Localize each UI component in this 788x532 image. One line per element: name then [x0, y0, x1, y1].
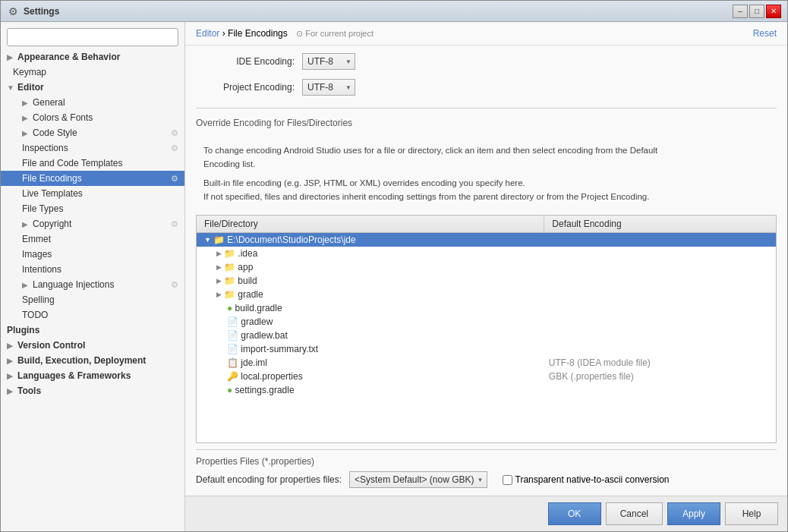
sidebar-item-general[interactable]: ▶ General [1, 95, 184, 110]
maximize-button[interactable]: □ [749, 5, 764, 18]
table-row[interactable]: ▶📁 app [197, 260, 776, 274]
info-line1b: Encoding list. [203, 157, 769, 171]
sidebar-item-file-types[interactable]: File Types [1, 201, 184, 216]
sidebar-item-file-encodings[interactable]: File Encodings ⚙ [1, 171, 184, 186]
sidebar-item-label: Tools [17, 386, 41, 396]
table-row[interactable]: 📄 import-summary.txt [197, 342, 776, 356]
arrow-icon: ▶ [22, 220, 30, 228]
settings-window: ⚙ Settings – □ ✕ 🔍 ▶ Appearance & Behavi… [0, 0, 788, 532]
search-input[interactable] [7, 28, 178, 46]
sidebar-item-languages[interactable]: ▶ Languages & Frameworks [1, 368, 184, 383]
transparent-checkbox-container: Transparent native-to-ascii conversion [503, 474, 670, 485]
sidebar-item-editor[interactable]: ▼ Editor [1, 80, 184, 95]
table-row[interactable]: 📋 jde.imlUTF-8 (IDEA module file) [197, 356, 776, 370]
cancel-button[interactable]: Cancel [606, 502, 663, 525]
sidebar: 🔍 ▶ Appearance & Behavior Keymap ▼ Edito… [1, 22, 185, 531]
content-panel: Editor › File Encodings ⊙ For current pr… [185, 22, 787, 531]
sidebar-item-copyright[interactable]: ▶ Copyright ⚙ [1, 216, 184, 231]
sidebar-item-version-control[interactable]: ▶ Version Control [1, 338, 184, 353]
content-header: Editor › File Encodings ⊙ For current pr… [185, 22, 787, 46]
ok-button[interactable]: OK [548, 502, 601, 525]
sidebar-item-images[interactable]: Images [1, 247, 184, 262]
reset-link[interactable]: Reset [753, 28, 777, 39]
col-encoding-header: Default Encoding [544, 216, 776, 233]
sidebar-item-todo[interactable]: TODO [1, 307, 184, 323]
arrow-icon: ▶ [7, 357, 14, 365]
sidebar-item-label: Images [22, 249, 52, 260]
table-row[interactable]: 🔑 local.propertiesGBK (.properties file) [197, 370, 776, 383]
override-title: Override Encoding for Files/Directories [196, 118, 777, 128]
sidebar-item-label: Code Style [33, 127, 77, 138]
sidebar-item-label: Colors & Fonts [33, 112, 93, 123]
table-row[interactable]: ▶📁 .idea [197, 247, 776, 260]
sidebar-item-label: Editor [17, 82, 44, 93]
sidebar-item-live-templates[interactable]: Live Templates [1, 186, 184, 201]
table-row[interactable]: 📄 gradlew.bat [197, 329, 776, 342]
title-bar: ⚙ Settings – □ ✕ [1, 1, 787, 22]
info-line1: To change encoding Android Studio uses f… [203, 143, 769, 157]
arrow-icon: ▼ [7, 83, 14, 92]
sidebar-item-label: General [33, 97, 65, 108]
arrow-icon: ▶ [7, 53, 14, 61]
info-box: To change encoding Android Studio uses f… [196, 139, 777, 209]
col-file-header: File/Directory [197, 216, 544, 233]
properties-row: Default encoding for properties files: <… [196, 471, 777, 488]
sidebar-item-label: Intentions [22, 264, 61, 275]
sidebar-item-label: Keymap [13, 67, 46, 77]
window-controls: – □ ✕ [733, 5, 781, 18]
minimize-button[interactable]: – [733, 5, 748, 18]
sidebar-item-label: File Types [22, 203, 63, 214]
sidebar-item-emmet[interactable]: Emmet [1, 231, 184, 247]
transparent-checkbox[interactable] [503, 475, 512, 485]
default-encoding-label: Default encoding for properties files: [196, 474, 342, 485]
gear-icon: ⚙ [171, 280, 178, 290]
breadcrumb-current: File Encodings [228, 28, 288, 39]
arrow-icon: ▶ [22, 281, 30, 289]
sidebar-item-build-exec[interactable]: ▶ Build, Execution, Deployment [1, 353, 184, 368]
help-button[interactable]: Help [725, 502, 778, 525]
sidebar-item-spelling[interactable]: Spelling [1, 292, 184, 307]
for-project-label: ⊙ For current project [296, 29, 374, 38]
ide-encoding-label: IDE Encoding: [196, 56, 295, 67]
table-header-row: File/Directory Default Encoding [197, 216, 776, 233]
properties-section-label: Properties Files (*.properties) [196, 456, 777, 467]
sidebar-item-intentions[interactable]: Intentions [1, 262, 184, 277]
project-encoding-dropdown[interactable]: UTF-8 [302, 79, 355, 96]
close-button[interactable]: ✕ [766, 5, 781, 18]
search-container: 🔍 [1, 25, 184, 49]
sidebar-item-plugins[interactable]: Plugins [1, 323, 184, 338]
properties-section: Properties Files (*.properties) Default … [196, 449, 777, 488]
gear-icon: ⚙ [171, 128, 178, 138]
breadcrumb: Editor › File Encodings ⊙ For current pr… [196, 28, 374, 39]
ide-encoding-row: IDE Encoding: UTF-8 [196, 53, 777, 70]
sidebar-item-inspections[interactable]: Inspections ⚙ [1, 140, 184, 156]
gear-icon: ⚙ [171, 143, 178, 153]
file-table-container[interactable]: File/Directory Default Encoding ▼📁 E:\Do… [196, 215, 777, 443]
sidebar-item-label: Inspections [22, 143, 68, 153]
table-row[interactable]: ● settings.gradle [197, 383, 776, 397]
table-row[interactable]: 📄 gradlew [197, 315, 776, 329]
apply-button[interactable]: Apply [667, 502, 720, 525]
table-row[interactable]: ▼📁 E:\Document\StudioProjects\jde [197, 232, 776, 247]
sidebar-item-label: Version Control [17, 340, 85, 351]
table-row[interactable]: ● build.gradle [197, 301, 776, 315]
table-row[interactable]: ▶📁 build [197, 274, 776, 288]
sidebar-item-tools[interactable]: ▶ Tools [1, 383, 184, 398]
sidebar-item-code-style[interactable]: ▶ Code Style ⚙ [1, 125, 184, 140]
main-area: 🔍 ▶ Appearance & Behavior Keymap ▼ Edito… [1, 22, 787, 531]
sidebar-item-colors-fonts[interactable]: ▶ Colors & Fonts [1, 110, 184, 125]
ide-encoding-dropdown[interactable]: UTF-8 [302, 53, 355, 70]
sidebar-item-label: Plugins [7, 325, 39, 335]
info-line3: If not specified, files and directories … [203, 190, 769, 203]
properties-encoding-dropdown[interactable]: <System Default> (now GBK) [349, 471, 487, 488]
sidebar-item-file-code-templates[interactable]: File and Code Templates [1, 156, 184, 171]
sidebar-item-label: File and Code Templates [22, 158, 123, 168]
table-row[interactable]: ▶📁 gradle [197, 288, 776, 301]
file-table: File/Directory Default Encoding ▼📁 E:\Do… [197, 216, 776, 397]
sidebar-item-appearance[interactable]: ▶ Appearance & Behavior [1, 49, 184, 65]
sidebar-item-keymap[interactable]: Keymap [1, 65, 184, 80]
sidebar-item-label: Appearance & Behavior [17, 52, 120, 62]
arrow-icon: ▶ [7, 372, 14, 380]
sidebar-item-language-injections[interactable]: ▶ Language Injections ⚙ [1, 277, 184, 292]
bottom-bar: OK Cancel Apply Help [185, 496, 787, 531]
